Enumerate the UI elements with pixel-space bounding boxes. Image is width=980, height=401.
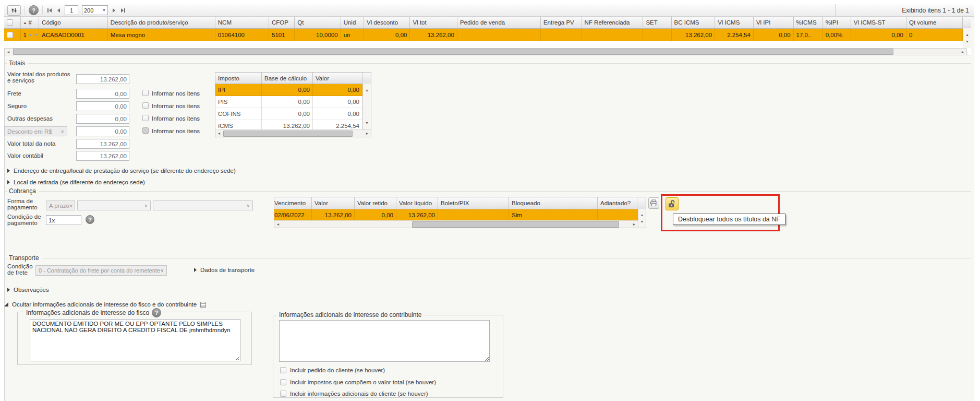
item-row[interactable]: 1 ACABADO0001 Mesa mogno 01064100 5101 1… xyxy=(4,29,963,41)
col-header-entrega-pv[interactable]: Entrega PV xyxy=(541,17,582,28)
col-header-num[interactable]: ▲# xyxy=(21,17,40,28)
imposto-row-pis[interactable]: PIS 0,00 0,00 xyxy=(215,96,362,108)
col-header-vl-icms-st[interactable]: Vl ICMS-ST xyxy=(851,17,906,28)
cell-vl-tot[interactable]: 13.262,00 xyxy=(410,29,457,41)
accordion-ocultar-informacoes[interactable]: Ocultar informações adicionais de intere… xyxy=(4,301,206,308)
col-header-qt-volume[interactable]: Qt volume xyxy=(906,17,963,28)
valor-produtos-input[interactable]: 13.262,00 xyxy=(76,74,129,84)
desconto-input[interactable]: 0,00 xyxy=(76,126,129,136)
cell-vl-icms-st[interactable]: 0,00 xyxy=(851,29,906,41)
cell-valor-retido[interactable]: 0,00 xyxy=(355,209,396,221)
cell-num[interactable]: 1 xyxy=(21,29,40,41)
col-header-codigo[interactable]: Código xyxy=(39,17,108,28)
cell-vl-icms[interactable]: 2.254,54 xyxy=(715,29,754,41)
scroll-left-icon[interactable]: ◄ xyxy=(215,132,223,135)
titulos-vscrollbar[interactable]: ▲ ▼ xyxy=(638,209,646,228)
col-header-imposto[interactable]: Imposto xyxy=(215,73,262,84)
cell-descricao[interactable]: Mesa mogno xyxy=(108,29,215,41)
incluir-impostos-checkbox[interactable] xyxy=(280,379,286,385)
incluir-pedido-option[interactable]: Incluir pedido do cliente (se houver) xyxy=(280,367,385,373)
frete-informar-checkbox[interactable] xyxy=(142,90,149,96)
imposto-base[interactable]: 0,00 xyxy=(262,108,313,120)
cell-unid[interactable]: un xyxy=(341,29,364,41)
cell-nf-referenciada[interactable] xyxy=(582,29,644,41)
accordion-observacoes[interactable]: Observações xyxy=(7,287,49,293)
col-header-descricao[interactable]: Descrição do produto/serviço xyxy=(108,17,215,28)
cell-vencimento[interactable]: 02/06/2022 xyxy=(274,209,312,221)
next-page-button[interactable] xyxy=(112,7,116,14)
cell-vl-ipi[interactable]: 0,00 xyxy=(754,29,794,41)
imposto-valor[interactable]: 0,00 xyxy=(313,108,362,120)
select-all-cell[interactable] xyxy=(4,17,21,28)
cell-p-ipi[interactable]: 0,00% xyxy=(823,29,851,41)
imposto-nome[interactable]: COFINS xyxy=(215,108,262,120)
last-page-button[interactable] xyxy=(120,7,126,14)
cell-qt[interactable]: 10,0000 xyxy=(295,29,341,41)
cell-pedido-venda[interactable] xyxy=(457,29,541,41)
col-header-nf-referenciada[interactable]: NF Referenciada xyxy=(582,17,644,28)
col-header-p-ipi[interactable]: %IPI xyxy=(823,17,851,28)
col-header-vencimento[interactable]: Vencimento xyxy=(274,197,312,209)
col-header-set[interactable]: SET xyxy=(643,17,671,28)
scroll-right-icon[interactable]: ► xyxy=(959,50,966,54)
cell-ncm[interactable]: 01064100 xyxy=(215,29,269,41)
impostos-vscrollbar[interactable]: ▲ ▼ xyxy=(362,84,371,129)
row-select-cell[interactable] xyxy=(4,29,21,41)
titulo-row[interactable]: 02/06/2022 13.262,00 0,00 13.262,00 Sim xyxy=(274,209,638,221)
move-down-icon[interactable] xyxy=(34,34,38,36)
refresh-button[interactable] xyxy=(7,5,21,16)
items-grid-vscrollbar[interactable]: ▲ ▼ xyxy=(963,28,971,48)
condicao-help-button[interactable]: ? xyxy=(86,215,94,224)
col-header-adiantado[interactable]: Adiantado? xyxy=(598,197,637,209)
cell-qt-volume[interactable]: 0 xyxy=(906,29,963,41)
seguro-input[interactable]: 0,00 xyxy=(76,101,129,111)
col-header-valor[interactable]: Valor xyxy=(312,197,355,209)
cell-codigo[interactable]: ACABADO0001 xyxy=(39,29,108,41)
scroll-down-icon[interactable]: ▼ xyxy=(640,220,644,223)
info-fisco-textarea[interactable]: DOCUMENTO EMITIDO POR ME OU EPP OPTANTE … xyxy=(30,319,240,361)
col-header-valor-liquido[interactable]: Valor líquido xyxy=(396,197,438,209)
col-header-unid[interactable]: Unid xyxy=(341,17,364,28)
col-header-pedido-venda[interactable]: Pedido de venda xyxy=(457,17,541,28)
imposto-nome[interactable]: IPI xyxy=(215,84,262,96)
condicao-pagamento-input[interactable]: 1x xyxy=(46,215,81,225)
first-page-button[interactable] xyxy=(46,7,53,14)
accordion-endereco-entrega[interactable]: Endereço de entrega/local de prestação d… xyxy=(7,168,236,174)
incluir-info-cliente-option[interactable]: Incluir informações adicionais do client… xyxy=(280,391,428,397)
cell-adiantado[interactable] xyxy=(598,209,637,221)
outras-despesas-input[interactable]: 0,00 xyxy=(76,114,129,124)
imposto-base[interactable]: 0,00 xyxy=(262,84,313,96)
col-header-vl-tot[interactable]: Vl tot xyxy=(410,17,457,28)
cell-vl-desconto[interactable]: 0,00 xyxy=(364,29,410,41)
incluir-impostos-option[interactable]: Incluir impostos que compõem o valor tot… xyxy=(280,379,436,385)
hscroll-thumb[interactable] xyxy=(13,49,893,55)
col-header-qt[interactable]: Qt xyxy=(295,17,341,28)
col-header-p-icms[interactable]: %ICMS xyxy=(794,17,823,28)
impostos-hscrollbar[interactable]: ◄ ► xyxy=(215,129,371,137)
info-fisco-help-button[interactable]: ? xyxy=(152,308,161,317)
prev-page-button[interactable] xyxy=(56,7,61,14)
unlock-all-titles-button[interactable] xyxy=(666,197,679,210)
accordion-local-retirada[interactable]: Local de retirada (se diferente do ender… xyxy=(7,179,145,185)
scroll-left-icon[interactable]: ◄ xyxy=(274,222,282,226)
col-header-valor[interactable]: Valor xyxy=(313,73,362,84)
cell-cfop[interactable]: 5101 xyxy=(269,29,295,41)
scroll-up-icon[interactable]: ▲ xyxy=(965,33,969,37)
forma-pagamento-select-2[interactable]: ∨ xyxy=(77,200,151,210)
col-header-vl-desconto[interactable]: Vl desconto xyxy=(364,17,410,28)
col-header-bc-icms[interactable]: BC ICMS xyxy=(672,17,716,28)
scroll-right-icon[interactable]: ► xyxy=(364,132,371,135)
imposto-valor[interactable]: 0,00 xyxy=(313,84,362,96)
row-checkbox[interactable] xyxy=(7,32,13,38)
scroll-left-icon[interactable]: ◄ xyxy=(5,50,12,54)
col-header-ncm[interactable]: NCM xyxy=(215,17,269,28)
outras-informar-checkbox[interactable] xyxy=(142,115,149,121)
scroll-right-icon[interactable]: ► xyxy=(631,222,638,226)
imposto-valor[interactable]: 0,00 xyxy=(313,96,362,108)
imposto-row-cofins[interactable]: COFINS 0,00 0,00 xyxy=(215,108,362,120)
imposto-base[interactable]: 0,00 xyxy=(262,96,313,108)
scroll-down-icon[interactable]: ▼ xyxy=(365,121,369,125)
incluir-pedido-checkbox[interactable] xyxy=(280,367,286,373)
help-button[interactable]: ? xyxy=(29,5,39,15)
accordion-dados-transporte[interactable]: Dados de transporte xyxy=(194,267,255,273)
